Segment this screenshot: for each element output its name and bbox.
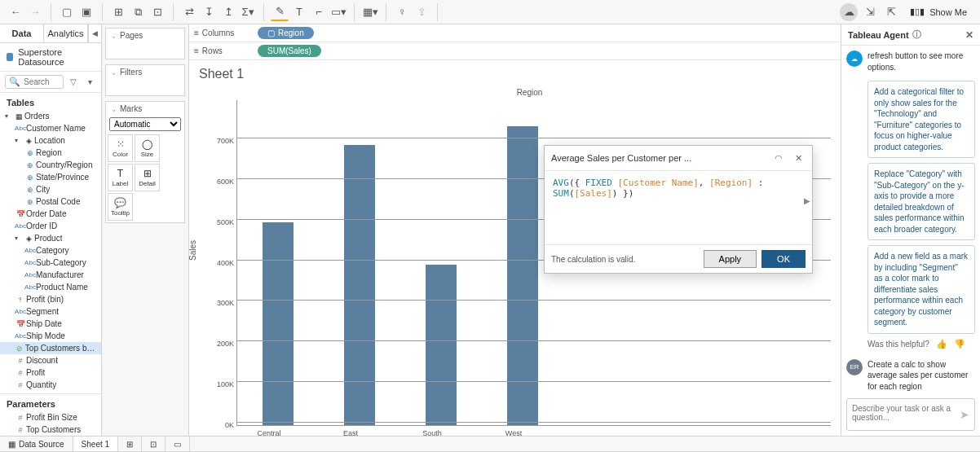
cards-icon[interactable]: ▦▾ [361,3,379,21]
sort-asc-icon[interactable]: ↧ [200,3,218,21]
info-icon[interactable]: ⓘ [912,29,921,41]
tableau-agent-icon[interactable]: ☁ [840,3,858,21]
ytick: 400K [217,259,234,267]
format-icon[interactable]: ⌐ [310,3,328,21]
presentation-icon[interactable]: ♀ [393,3,411,21]
agent-close-icon[interactable]: ✕ [965,29,973,41]
datasource-row[interactable]: Superstore Datasource [0,43,101,72]
mark-tooltip[interactable]: 💬Tooltip [108,193,133,221]
marks-type-select[interactable]: Automatic [109,117,181,131]
share-icon[interactable]: ⇪ [413,3,430,21]
ok-button[interactable]: OK [761,250,806,268]
search-input[interactable]: 🔍 [5,75,64,89]
field-order-date[interactable]: 📅Order Date [0,208,101,220]
pin-icon[interactable]: ⇱ [882,3,900,21]
field-postal-code[interactable]: ⊕Postal Code [0,195,101,208]
guide-icon[interactable]: ⇲ [861,3,879,21]
agent-input[interactable]: ➤ [846,398,975,431]
tab-data[interactable]: Data [0,24,44,42]
marks-card: Marks Automatic ⁙Color ◯Size TLabel ⊞Det… [105,101,185,223]
new-dashboard-icon[interactable]: ⊡ [142,437,166,451]
mark-label[interactable]: TLabel [108,164,133,191]
suggestion-3[interactable]: Add a new field as a mark by including "… [867,245,975,334]
duplicate-icon[interactable]: ⧉ [129,3,147,21]
search-field[interactable] [24,77,60,86]
bar-east[interactable] [335,100,384,425]
thumbs-down-icon[interactable]: 👎 [954,339,965,349]
swap-icon[interactable]: ⇄ [180,3,198,21]
field-ship-date[interactable]: 📅Ship Date [0,318,101,330]
columns-pill-region[interactable]: ▢Region [258,27,314,39]
mark-detail[interactable]: ⊞Detail [135,164,160,191]
field-profit[interactable]: #Profit [0,366,101,379]
field-discount[interactable]: #Discount [0,354,101,366]
field-quantity[interactable]: #Quantity [0,379,101,391]
new-sheet-icon[interactable]: ⊞ [118,437,142,451]
new-story-icon[interactable]: ▭ [166,437,190,451]
field-sub-category[interactable]: AbcSub-Category [0,257,101,269]
pages-card[interactable]: Pages [105,28,185,59]
mark-size[interactable]: ◯Size [135,134,160,162]
sort-desc-icon[interactable]: ↥ [219,3,237,21]
field-category[interactable]: AbcCategory [0,244,101,257]
bar-central[interactable] [254,100,302,425]
sheet-1-tab[interactable]: Sheet 1 [73,437,118,451]
rows-pill-sales[interactable]: SUM(Sales) [258,45,321,57]
field-segment[interactable]: AbcSegment [0,305,101,318]
forward-icon[interactable]: → [26,3,44,21]
expand-right-icon[interactable]: ▶ [804,196,810,205]
field-profit-bin[interactable]: ⫯Profit (bin) [0,293,101,305]
menu-icon[interactable]: ▾ [83,76,96,89]
field-product[interactable]: ▾◈Product [0,232,101,244]
agent-textarea[interactable] [852,404,956,425]
data-pane: Data Analytics ◀ Superstore Datasource 🔍… [0,24,102,436]
field-manufacturer[interactable]: AbcManufacturer [0,269,101,281]
highlight-icon[interactable]: ✎ [271,3,289,21]
rows-shelf[interactable]: ≡Rows SUM(Sales) [189,42,841,60]
field-product-name[interactable]: AbcProduct Name [0,281,101,293]
columns-shelf[interactable]: ≡Columns ▢Region [189,24,841,42]
show-me-label: Show Me [929,7,967,17]
fit-icon[interactable]: ▭▾ [329,3,347,21]
sheet-title[interactable]: Sheet 1 [189,60,841,88]
suggestion-2[interactable]: Replace "Category" with "Sub-Category" o… [867,163,975,240]
columns-icon: ≡ [194,29,199,37]
thumbs-up-icon[interactable]: 👍 [936,339,947,349]
suggestion-1[interactable]: Add a categorical filter to only show sa… [867,81,975,158]
labels-icon[interactable]: T [290,3,308,21]
field-order-id[interactable]: AbcOrder ID [0,220,101,232]
table-orders[interactable]: ▾▦Orders [0,110,101,122]
param-top-customers[interactable]: #Top Customers [0,423,101,436]
bar-south[interactable] [417,100,466,425]
filters-card[interactable]: Filters [105,64,185,96]
search-icon: 🔍 [9,77,20,87]
bar-west[interactable] [498,100,547,425]
tab-analytics[interactable]: Analytics [44,24,88,42]
field-region[interactable]: ⊕Region [0,147,101,159]
calc-formula[interactable]: AVG({ FIXED [Customer Name], [Region] : … [545,171,812,244]
expand-icon[interactable]: ◠ [771,151,786,165]
new-datasource-icon[interactable]: ▣ [77,3,95,21]
filter-icon[interactable]: ▽ [67,76,80,89]
field-ship-mode[interactable]: AbcShip Mode [0,330,101,342]
field-city[interactable]: ⊕City [0,183,101,195]
field-state-province[interactable]: ⊕State/Province [0,171,101,183]
back-icon[interactable]: ← [7,3,24,21]
save-icon[interactable]: ▢ [58,3,76,21]
calc-title[interactable]: Average Sales per Customer per ... [551,153,766,163]
apply-button[interactable]: Apply [704,250,757,268]
show-me-button[interactable]: ▮▯▮ Show Me [903,5,973,19]
param-profit-bin-size[interactable]: #Profit Bin Size [0,411,101,423]
field-location[interactable]: ▾◈Location [0,134,101,147]
mark-color[interactable]: ⁙Color [108,134,133,162]
collapse-pane-icon[interactable]: ◀ [88,24,101,42]
data-source-tab[interactable]: ▦Data Source [0,437,73,451]
send-icon[interactable]: ➤ [960,408,969,421]
totals-icon[interactable]: Σ▾ [239,3,257,21]
field-customer-name[interactable]: AbcCustomer Name [0,122,101,134]
new-worksheet-icon[interactable]: ⊞ [109,3,127,21]
field-country-region[interactable]: ⊕Country/Region [0,159,101,171]
close-icon[interactable]: ✕ [791,151,806,165]
field-top-customers[interactable]: ⊘Top Customers by P... [0,342,101,354]
clear-icon[interactable]: ⊡ [148,3,166,21]
